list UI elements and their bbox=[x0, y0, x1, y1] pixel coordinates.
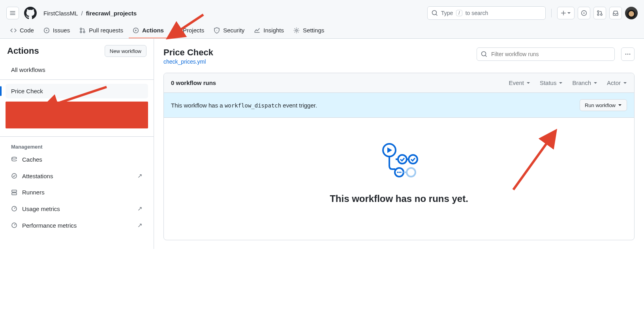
workflow-kebab-menu[interactable] bbox=[621, 47, 635, 61]
workflow-runs-box: 0 workflow runs Event Status Branch Acto… bbox=[163, 73, 635, 240]
tab-code[interactable]: Code bbox=[6, 23, 38, 38]
filter-branch[interactable]: Branch bbox=[572, 79, 597, 86]
tab-label: Pull requests bbox=[89, 27, 123, 34]
external-link-icon: ↗ bbox=[137, 222, 143, 229]
svg-rect-11 bbox=[174, 28, 179, 33]
tab-pull-requests[interactable]: Pull requests bbox=[75, 23, 127, 38]
svg-point-9 bbox=[83, 31, 85, 33]
svg-point-20 bbox=[625, 54, 627, 55]
sidebar-caches[interactable]: Caches bbox=[6, 152, 148, 167]
caret-down-icon bbox=[559, 81, 563, 85]
svg-point-2 bbox=[597, 11, 599, 12]
svg-point-1 bbox=[583, 12, 584, 13]
kebab-icon bbox=[625, 51, 631, 57]
sidebar-usage-metrics[interactable]: Usage metrics ↗ bbox=[6, 201, 148, 216]
tab-security[interactable]: Security bbox=[210, 23, 248, 38]
svg-point-3 bbox=[597, 14, 599, 15]
svg-point-21 bbox=[627, 54, 629, 55]
filter-event[interactable]: Event bbox=[509, 79, 530, 86]
user-avatar[interactable] bbox=[625, 7, 638, 19]
sidebar-attestations[interactable]: Attestations ↗ bbox=[6, 168, 148, 183]
breadcrumb-separator: / bbox=[81, 10, 83, 17]
svg-point-29 bbox=[400, 172, 401, 173]
empty-state-heading: This workflow has no runs yet. bbox=[330, 193, 468, 204]
table-icon bbox=[173, 27, 180, 34]
sidebar-performance-metrics[interactable]: Performance metrics ↗ bbox=[6, 218, 148, 233]
filter-label: Branch bbox=[572, 79, 591, 86]
breadcrumb-owner[interactable]: FirstClassML bbox=[43, 10, 78, 17]
github-logo[interactable] bbox=[24, 6, 37, 20]
tab-label: Projects bbox=[183, 27, 204, 34]
shield-icon bbox=[214, 27, 220, 34]
search-kbd: / bbox=[456, 10, 462, 16]
github-icon bbox=[24, 7, 37, 19]
divider bbox=[0, 79, 154, 80]
breadcrumb-repo[interactable]: firecrawl_projects bbox=[86, 10, 137, 17]
graph-icon bbox=[254, 27, 260, 34]
hamburger-icon bbox=[9, 10, 16, 16]
svg-point-27 bbox=[397, 172, 398, 173]
filter-input-field[interactable] bbox=[490, 51, 610, 58]
notifications-button[interactable] bbox=[609, 7, 622, 19]
svg-point-4 bbox=[601, 14, 602, 15]
issues-tray-button[interactable] bbox=[578, 7, 590, 19]
svg-rect-17 bbox=[12, 193, 17, 195]
pull-requests-tray-button[interactable] bbox=[593, 7, 606, 19]
run-workflow-button[interactable]: Run workflow bbox=[580, 99, 627, 111]
workflow-yml-link[interactable]: check_prices.yml bbox=[163, 58, 206, 65]
tab-label: Insights bbox=[263, 27, 284, 34]
tab-label: Security bbox=[223, 27, 244, 34]
filter-label: Actor bbox=[607, 79, 621, 86]
sidebar-runners[interactable]: Runners bbox=[6, 185, 148, 200]
tab-label: Actions bbox=[142, 27, 164, 34]
redacted-block bbox=[6, 102, 148, 128]
divider bbox=[0, 136, 154, 137]
filter-status[interactable]: Status bbox=[540, 79, 563, 86]
label-text: Usage metrics bbox=[22, 205, 60, 212]
issue-dot-icon bbox=[581, 10, 587, 16]
svg-point-13 bbox=[296, 29, 297, 31]
filter-actor[interactable]: Actor bbox=[607, 79, 627, 86]
code-icon bbox=[10, 27, 17, 34]
svg-point-14 bbox=[12, 157, 17, 159]
play-icon bbox=[133, 27, 139, 34]
filter-workflow-runs-input[interactable] bbox=[477, 47, 615, 61]
filter-label: Event bbox=[509, 79, 524, 86]
app-header: FirstClassML / firecrawl_projects Type /… bbox=[0, 0, 644, 39]
sidebar-all-workflows[interactable]: All workflows bbox=[6, 62, 148, 77]
workflow-dispatch-banner: This workflow has a workflow_dispatch ev… bbox=[164, 93, 634, 118]
button-label: Run workflow bbox=[585, 102, 616, 108]
tab-actions[interactable]: Actions bbox=[129, 23, 168, 38]
external-link-icon: ↗ bbox=[137, 205, 143, 212]
workflow-title: Price Check bbox=[163, 47, 470, 58]
label-text: Runners bbox=[22, 189, 45, 196]
hamburger-menu-button[interactable] bbox=[6, 7, 19, 19]
meter-icon bbox=[11, 222, 17, 228]
external-link-icon: ↗ bbox=[137, 172, 143, 179]
tab-settings[interactable]: Settings bbox=[289, 23, 328, 38]
new-workflow-button[interactable]: New workflow bbox=[105, 45, 146, 57]
svg-rect-16 bbox=[12, 190, 17, 192]
tab-issues[interactable]: Issues bbox=[39, 23, 74, 38]
svg-point-6 bbox=[46, 30, 47, 31]
tab-insights[interactable]: Insights bbox=[250, 23, 288, 38]
tab-label: Settings bbox=[303, 27, 324, 34]
sidebar-workflow-item[interactable]: Price Check bbox=[6, 84, 148, 98]
search-prefix: Type bbox=[441, 10, 453, 16]
tab-label: Code bbox=[20, 27, 34, 34]
git-pull-request-icon bbox=[597, 10, 603, 16]
label-text: Performance metrics bbox=[22, 222, 77, 229]
global-search[interactable]: Type / to search bbox=[427, 6, 546, 20]
create-new-button[interactable] bbox=[557, 7, 575, 19]
dispatch-text-pre: This workflow has a bbox=[171, 102, 225, 109]
plus-icon bbox=[561, 10, 566, 16]
label-text: Attestations bbox=[22, 173, 53, 179]
search-icon bbox=[432, 10, 438, 16]
svg-point-25 bbox=[409, 155, 417, 164]
dispatch-code: workflow_dispatch bbox=[225, 102, 281, 109]
meter-icon bbox=[11, 205, 17, 212]
tab-projects[interactable]: Projects bbox=[169, 23, 208, 38]
svg-point-8 bbox=[80, 31, 82, 33]
workflow-runs-count: 0 workflow runs bbox=[171, 79, 216, 86]
search-suffix: to search bbox=[466, 10, 488, 16]
